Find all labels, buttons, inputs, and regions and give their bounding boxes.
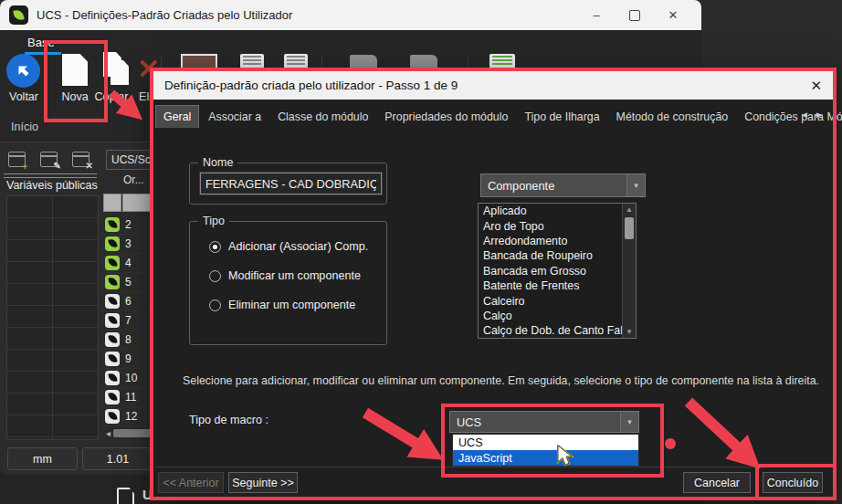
anterior-button[interactable]: << Anterior: [158, 472, 224, 493]
leaf-icon: [105, 352, 120, 366]
grid-row[interactable]: 3: [103, 234, 155, 254]
leaf-icon: [105, 256, 120, 270]
grid-column-header: Or...: [123, 173, 144, 186]
scrollbar-thumb[interactable]: [113, 429, 153, 437]
grid-row[interactable]: 9: [103, 349, 155, 369]
new-document-icon[interactable]: [62, 54, 88, 86]
nome-groupbox: Nome: [189, 163, 387, 205]
instruction-text: Selecione para adicionar, modificar ou e…: [183, 374, 822, 387]
component-type-combobox[interactable]: Componente ▾: [480, 173, 646, 197]
list-doc-icon[interactable]: [240, 54, 264, 69]
list-item[interactable]: Bancada de Roupeiro: [479, 248, 636, 263]
macro-type-label: Tipo de macro :: [189, 414, 268, 426]
document-tab-label: U: [142, 487, 153, 502]
tab-classe-do-modulo[interactable]: Classe do módulo: [270, 105, 375, 128]
version-button[interactable]: 1.01: [82, 447, 153, 470]
tipo-label: Tipo: [198, 215, 229, 227]
export-icon[interactable]: [350, 55, 377, 69]
dropdown-option-ucs[interactable]: UCS: [453, 435, 638, 450]
tab-propriedades-do-modulo[interactable]: Propriedades do módulo: [377, 105, 515, 128]
list-item[interactable]: Batente de Frentes: [479, 278, 636, 293]
dropdown-option-javascript[interactable]: JavaScript: [453, 450, 638, 466]
tab-metodo-de-construcao[interactable]: Método de construção: [609, 105, 736, 128]
chevron-down-icon[interactable]: ▾: [620, 412, 638, 432]
add-variable-icon[interactable]: ＋: [8, 152, 26, 167]
maximize-icon: [629, 10, 640, 21]
macro-combo-value: UCS: [450, 415, 620, 429]
voltar-button[interactable]: Voltar: [2, 90, 46, 103]
grid-row[interactable]: 5: [103, 272, 155, 292]
leaf-icon: [105, 409, 120, 424]
variables-grid[interactable]: [6, 195, 99, 440]
radio-icon[interactable]: [209, 241, 221, 253]
dialog-close-icon[interactable]: ✕: [810, 78, 822, 94]
grid-row[interactable]: 2: [103, 215, 155, 235]
copiar-button[interactable]: Copiar: [89, 90, 133, 103]
list-item[interactable]: Calceiro: [479, 293, 636, 308]
variables-title: Variáveis públicas: [6, 179, 98, 192]
list-item[interactable]: Calço: [479, 309, 636, 323]
tab-nav-left-icon[interactable]: ◄: [800, 110, 809, 120]
variables-panel: ＋ ✎ ✕ Variáveis públicas UCS/Scr Or... 2…: [0, 142, 155, 475]
back-icon[interactable]: [6, 54, 40, 88]
document-tab-icon[interactable]: [117, 488, 134, 504]
grid-row[interactable]: 7: [103, 310, 155, 331]
grid-corner-cell[interactable]: [103, 194, 121, 212]
leaf-icon: [105, 313, 120, 328]
chevron-down-icon[interactable]: ▾: [626, 174, 645, 196]
tab-nav-right-icon[interactable]: ►: [815, 110, 824, 120]
scroll-down-icon[interactable]: ▼: [623, 326, 636, 338]
macro-type-combobox[interactable]: UCS ▾: [449, 411, 639, 433]
list-item[interactable]: Aro de Topo: [479, 218, 636, 233]
horizontal-scrollbar[interactable]: ◂: [103, 427, 155, 439]
list-item[interactable]: Calço de Dob. de Canto Falsc: [479, 323, 636, 338]
nome-input[interactable]: [200, 173, 382, 194]
tab-associar-a[interactable]: Associar a: [201, 105, 268, 128]
radio-option-adicionar[interactable]: Adicionar (Associar) Comp.: [209, 240, 368, 253]
grid-header-cell[interactable]: [122, 194, 155, 212]
maximize-button[interactable]: [616, 2, 654, 29]
tab-geral[interactable]: Geral: [155, 105, 199, 128]
grid-row[interactable]: 4: [103, 253, 155, 273]
green-list-icon[interactable]: [489, 54, 515, 69]
leaf-icon: [105, 275, 120, 289]
tab-condicoes-para-modulo[interactable]: Condições para Módulo: [737, 105, 842, 128]
window-title: UCS - Definições-Padrão Criadas pelo Uti…: [37, 8, 292, 22]
screenshot-stage: UCS - Definições-Padrão Criadas pelo Uti…: [0, 0, 842, 504]
ribbon-tab-base[interactable]: Base: [27, 36, 55, 49]
grid-row[interactable]: 12: [103, 406, 155, 426]
close-button[interactable]: ✕: [654, 2, 692, 29]
scroll-left-icon[interactable]: ◂: [106, 428, 111, 438]
radio-option-eliminar[interactable]: Eliminar um componente: [209, 299, 355, 311]
dialog-title: Definição-padrão criada pelo utilizador …: [164, 79, 458, 92]
list-item[interactable]: Aplicado: [479, 204, 636, 218]
radio-icon[interactable]: [209, 299, 221, 311]
grid-row[interactable]: 11: [103, 387, 155, 407]
vertical-scrollbar[interactable]: ▲ ▼: [622, 204, 636, 338]
list-doc-edit-icon[interactable]: [284, 54, 308, 69]
scrollbar-thumb[interactable]: [625, 217, 634, 239]
wizard-dialog: Definição-padrão criada pelo utilizador …: [153, 71, 833, 497]
edit-variable-icon[interactable]: ✎: [40, 152, 58, 167]
list-item[interactable]: Bancada em Grosso: [479, 264, 636, 278]
grid-row[interactable]: 6: [103, 291, 155, 311]
cancelar-button[interactable]: Cancelar: [683, 472, 751, 493]
seguinte-button[interactable]: Seguinte >>: [228, 472, 298, 493]
component-listbox[interactable]: Aplicado Aro de Topo Arredondamento Banc…: [478, 203, 637, 339]
grid-row[interactable]: 8: [103, 330, 155, 350]
scroll-up-icon[interactable]: ▲: [623, 204, 636, 215]
grid-row[interactable]: 10: [103, 368, 155, 388]
minimize-button[interactable]: –: [577, 2, 616, 29]
leaf-icon: [105, 371, 120, 385]
unit-button[interactable]: mm: [7, 447, 78, 470]
concluido-button[interactable]: Concluído: [763, 472, 823, 493]
radio-option-modificar[interactable]: Modificar um componente: [209, 269, 361, 282]
radio-icon[interactable]: [209, 270, 221, 282]
import-icon[interactable]: [410, 55, 437, 69]
copy-icon[interactable]: [111, 60, 129, 85]
list-item[interactable]: Arredondamento: [479, 234, 636, 248]
ribbon-tab-underline: [25, 52, 61, 55]
tab-ucs-script[interactable]: UCS/Scr: [106, 150, 161, 170]
delete-variable-icon[interactable]: ✕: [72, 152, 89, 167]
tab-tipo-de-ilharga[interactable]: Tipo de Ilharga: [517, 105, 606, 128]
